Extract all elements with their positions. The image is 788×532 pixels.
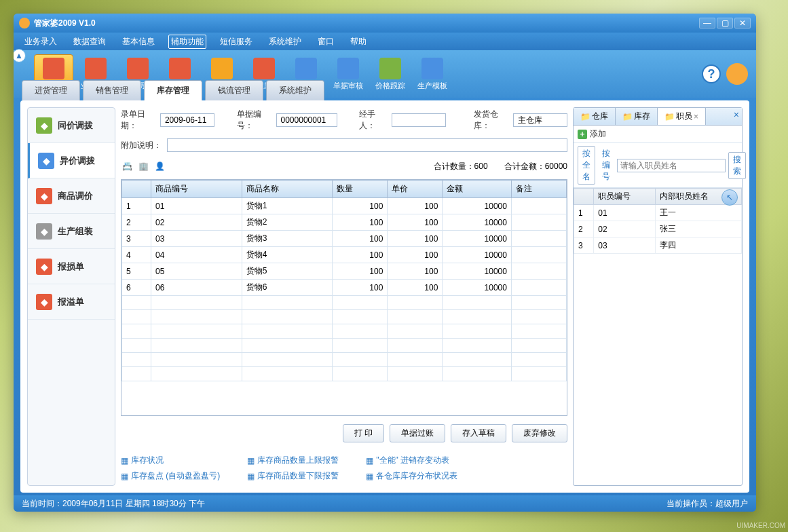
menu-item[interactable]: 帮助 [348,35,369,49]
search-input[interactable] [617,159,726,172]
doc-input[interactable] [276,113,337,127]
sidebar-item[interactable]: ◆报损单 [28,249,115,284]
column-header[interactable]: 商品编号 [151,180,242,198]
panel-tab[interactable]: 📁库存 [616,108,658,125]
close-button[interactable]: ✕ [734,18,751,28]
collapse-toolbar-button[interactable]: ▲ [14,49,26,62]
column-header[interactable] [574,189,594,205]
warehouse-input[interactable] [513,113,567,127]
search-button[interactable]: 搜索 [728,152,746,179]
table-row[interactable]: 303李四 [574,238,742,254]
scroll-up-icon[interactable]: ↖ [721,189,738,206]
main-tab[interactable]: 钱流管理 [205,80,263,100]
folder-icon: 📁 [580,112,590,121]
column-header[interactable] [122,180,151,198]
folder-icon: 📁 [664,112,675,121]
status-time: 当前时间：2009年06月11日 星期四 18时30分 下午 [22,498,205,510]
maximize-button[interactable]: ▢ [717,18,733,28]
sidebar-label: 同价调拨 [58,119,93,132]
tool-icon [253,58,275,79]
list-icon: ▦ [247,456,255,466]
grid-icon-2[interactable]: 🏢 [137,160,149,172]
table-row[interactable]: 606货物610010010000 [122,280,567,296]
table-row[interactable] [122,353,567,367]
warehouse-label: 发货仓库： [474,109,508,132]
main-tab[interactable]: 进货管理 [22,80,80,100]
add-button[interactable]: + 添加 [578,128,606,140]
employee-grid[interactable]: 职员编号内部职员姓名101王一202张三303李四 [574,188,742,485]
menu-item[interactable]: 短信服务 [217,35,255,49]
person-icon[interactable]: 👤 [153,160,166,172]
table-row[interactable]: 101王一 [574,205,742,221]
print-button[interactable]: 打 印 [343,424,384,442]
link-item[interactable]: ▦ 库存状况 [121,455,220,466]
sidebar-item[interactable]: ◆异价调拨 [28,143,115,178]
sidebar-item[interactable]: ◆同价调拨 [28,108,115,143]
table-row[interactable]: 202货物210010010000 [122,214,567,231]
sidebar-item[interactable]: ◆报溢单 [28,284,115,320]
panel-tab[interactable]: 📁职员 × [658,108,706,125]
list-icon: ▦ [121,472,128,481]
sidebar-icon: ◆ [36,259,52,275]
grid-icon-1[interactable]: 📇 [121,160,133,172]
table-row[interactable]: 202张三 [574,221,742,238]
menu-item[interactable]: 辅助功能 [168,35,206,49]
table-row[interactable]: 101货物110010010000 [122,198,567,214]
main-tab[interactable]: 销售管理 [83,80,141,100]
right-panel: × 📁仓库📁库存📁职员 × + 添加 按全名 按编号 搜索 职员编号内部职员姓名… [573,107,743,486]
tool-icon [43,58,64,79]
post-button[interactable]: 单据过账 [390,424,445,442]
menu-item[interactable]: 业务录入 [22,35,60,49]
titlebar[interactable]: 管家婆2009 V1.0 — ▢ ✕ [14,14,756,33]
table-row[interactable] [122,367,567,381]
table-row[interactable] [122,324,567,339]
main-tab[interactable]: 库存管理 [144,80,202,100]
column-header[interactable]: 商品名称 [242,180,333,198]
handler-input[interactable] [392,113,446,127]
discard-button[interactable]: 废弃修改 [512,424,567,442]
amt-label: 合计金额： [504,162,545,171]
list-icon: ▦ [247,472,255,481]
column-header[interactable]: 单价 [388,180,443,198]
note-label: 附加说明： [121,140,162,151]
data-grid[interactable]: 商品编号商品名称数量单价金额备注101货物110010010000202货物21… [121,179,567,416]
table-row[interactable]: 505货物510010010000 [122,263,567,280]
watermark: UIMAKER.COM [736,522,785,529]
sidebar-item[interactable]: ◆商品调价 [28,178,115,214]
sidebar-icon: ◆ [36,117,52,134]
link-item[interactable]: ▦ 各仓库库存分布状况表 [366,470,457,482]
menu-item[interactable]: 窗口 [315,35,337,49]
link-item[interactable]: ▦ "全能" 进销存变动表 [366,455,457,466]
filter-code-button[interactable]: 按编号 [598,147,614,184]
note-input[interactable] [167,138,567,152]
panel-tab[interactable]: 📁仓库 [574,108,616,125]
sidebar-item[interactable]: ◆生产组装 [28,214,115,249]
add-label: 添加 [590,128,606,140]
table-row[interactable]: 404货物410010010000 [122,247,567,263]
date-input[interactable] [160,113,214,127]
column-header[interactable]: 数量 [333,180,388,198]
main-tabs: 进货管理销售管理库存管理钱流管理系统维护 [14,80,756,100]
column-header[interactable]: 备注 [511,180,566,198]
draft-button[interactable]: 存入草稿 [451,424,506,442]
folder-icon: 📁 [622,112,633,121]
menu-item[interactable]: 基本信息 [119,35,157,49]
list-icon: ▦ [366,472,373,481]
table-row[interactable] [122,296,567,310]
column-header[interactable]: 职员编号 [594,189,656,205]
minimize-button[interactable]: — [699,18,715,28]
menu-item[interactable]: 系统维护 [266,35,304,49]
panel-close-icon[interactable]: × [734,109,739,120]
link-item[interactable]: ▦ 库存盘点 (自动盘盈盘亏) [121,470,220,482]
table-row[interactable] [122,339,567,353]
link-item[interactable]: ▦ 库存商品数量下限报警 [247,470,339,482]
status-user: 当前操作员：超级用户 [667,498,748,510]
column-header[interactable]: 金额 [443,180,512,198]
tool-icon [127,58,149,79]
table-row[interactable] [122,310,567,324]
link-item[interactable]: ▦ 库存商品数量上限报警 [247,455,339,466]
main-tab[interactable]: 系统维护 [266,80,324,100]
table-row[interactable]: 303货物310010010000 [122,231,567,247]
filter-all-button[interactable]: 按全名 [578,146,595,185]
menu-item[interactable]: 数据查询 [71,35,109,49]
